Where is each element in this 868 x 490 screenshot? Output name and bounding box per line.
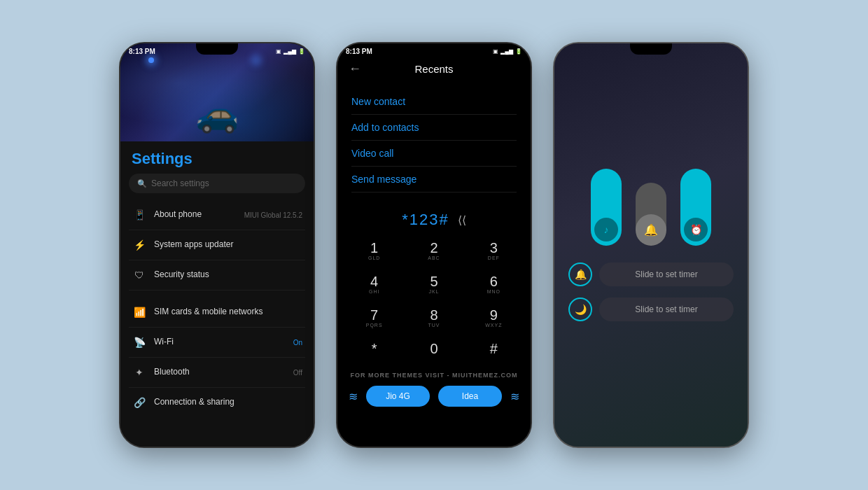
settings-item-wifi[interactable]: 📡 Wi-Fi On: [129, 328, 305, 358]
dial-key-1[interactable]: 1GLD: [344, 234, 404, 268]
alarm-timer-button[interactable]: Slide to set timer: [599, 262, 734, 286]
music-volume-slider[interactable]: ♪: [591, 169, 622, 246]
ring-volume-track: 🔔: [636, 183, 666, 246]
system-apps-label: System apps updater: [154, 239, 302, 251]
sleep-timer-button[interactable]: Slide to set timer: [599, 298, 734, 321]
settings-item-about-phone[interactable]: 📱 About phone MIUI Global 12.5.2: [129, 200, 305, 230]
settings-title: Settings: [120, 141, 314, 174]
sim2-call-button[interactable]: Idea: [438, 386, 502, 407]
signal-icon: ▂▄▆: [284, 48, 296, 55]
sim-icon-2: ▣: [493, 48, 498, 55]
back-button[interactable]: ←: [349, 62, 361, 76]
battery-icon-2: 🔋: [515, 48, 522, 55]
wifi-icon: 📡: [132, 335, 147, 350]
phone-settings: 8:13 PM ▣ ▂▄▆ 🔋 Settings 🔍 Search settin…: [119, 42, 315, 448]
dial-key-4[interactable]: 4GHI: [344, 268, 404, 302]
alarm-volume-slider[interactable]: ⏰: [680, 169, 711, 246]
backspace-button[interactable]: ⟨⟨: [458, 214, 466, 227]
settings-item-system-apps[interactable]: ⚡ System apps updater: [129, 230, 305, 260]
screen-title: Recents: [414, 63, 453, 75]
watermark-text: FOR MORE THEMES VISIT - MIUITHEMEZ.COM: [351, 369, 518, 380]
battery-icon: 🔋: [298, 48, 305, 55]
phone-dialer: 8:13 PM ▣ ▂▄▆ 🔋 ← Recents New contact Ad…: [336, 42, 532, 448]
dial-key-2[interactable]: 2ABC: [404, 234, 463, 268]
settings-item-security[interactable]: 🛡 Security status: [129, 260, 305, 290]
sim1-signal-icon: ≋: [349, 390, 358, 403]
music-volume-track: ♪: [591, 169, 622, 246]
dialer-display: *123# ⟨⟨: [337, 205, 531, 234]
settings-item-bluetooth[interactable]: ✦ Bluetooth Off: [129, 358, 305, 388]
search-placeholder-text: Search settings: [151, 178, 209, 188]
settings-list: 📱 About phone MIUI Global 12.5.2 ⚡ Syste…: [120, 200, 314, 417]
sim-icon: ▣: [276, 48, 281, 55]
about-phone-icon: 📱: [132, 207, 147, 223]
recents-menu: New contact Add to contacts Video call S…: [337, 83, 531, 198]
alarm-timer-icon: 🔔: [568, 262, 592, 286]
music-vol-icon: ♪: [594, 218, 618, 241]
settings-divider-1: [129, 290, 305, 298]
dial-key-star[interactable]: *: [344, 335, 404, 369]
about-phone-badge: MIUI Global 12.5.2: [244, 211, 302, 219]
dial-key-hash[interactable]: #: [464, 335, 524, 369]
dial-key-8[interactable]: 8TUV: [404, 302, 463, 335]
security-label: Security status: [154, 270, 302, 281]
dial-key-0[interactable]: 0: [404, 335, 463, 369]
status-icons-1: ▣ ▂▄▆ 🔋: [276, 48, 305, 55]
bluetooth-status-badge: Off: [293, 369, 302, 377]
sim-cards-icon: 📶: [132, 304, 147, 320]
sim-cards-label: SIM cards & mobile networks: [154, 307, 302, 318]
dial-key-5[interactable]: 5JKL: [404, 268, 463, 302]
bluetooth-icon: ✦: [132, 365, 147, 380]
settings-body: Settings 🔍 Search settings 📱 About phone…: [120, 141, 314, 447]
recents-new-contact[interactable]: New contact: [351, 89, 517, 115]
dialer-number: *123#: [402, 211, 449, 229]
notch-3: [630, 43, 672, 55]
ring-vol-icon: 🔔: [639, 218, 663, 241]
ring-volume-slider[interactable]: 🔔: [636, 183, 666, 246]
bluetooth-label: Bluetooth: [154, 367, 286, 378]
recents-send-message[interactable]: Send message: [351, 167, 517, 192]
connection-label: Connection & sharing: [154, 397, 302, 408]
search-bar[interactable]: 🔍 Search settings: [129, 174, 305, 193]
dial-key-3[interactable]: 3DEF: [464, 234, 524, 268]
status-icons-2: ▣ ▂▄▆ 🔋: [493, 48, 522, 55]
dialer-actions: ≋ Jio 4G Idea ≋: [337, 380, 531, 412]
settings-item-sim[interactable]: 📶 SIM cards & mobile networks: [129, 298, 305, 328]
notch-2: [413, 43, 455, 55]
sim1-call-button[interactable]: Jio 4G: [366, 386, 430, 407]
recents-add-contacts[interactable]: Add to contacts: [351, 115, 517, 141]
dial-key-6[interactable]: 6MNO: [464, 268, 524, 302]
dialer-section: *123# ⟨⟨ 1GLD 2ABC 3DEF 4GHI 5JKL 6MNO 7…: [337, 198, 531, 447]
search-icon: 🔍: [137, 179, 147, 188]
alarm-timer-row: 🔔 Slide to set timer: [568, 262, 734, 286]
dial-key-9[interactable]: 9WXYZ: [464, 302, 524, 335]
status-time-2: 8:13 PM: [346, 48, 372, 55]
security-icon: 🛡: [132, 267, 147, 283]
dialer-grid: 1GLD 2ABC 3DEF 4GHI 5JKL 6MNO 7PQRS 8TUV…: [337, 234, 531, 369]
wifi-status-badge: On: [293, 339, 302, 346]
alarm-volume-track: ⏰: [680, 169, 711, 246]
wifi-label: Wi-Fi: [154, 337, 286, 348]
settings-item-connection[interactable]: 🔗 Connection & sharing: [129, 388, 305, 417]
about-phone-label: About phone: [154, 209, 237, 220]
notch: [196, 43, 238, 55]
phone-volume: ♪ 🔔 ⏰ 🔔 Slide to set timer �: [553, 42, 749, 448]
sleep-timer-icon: 🌙: [568, 298, 592, 321]
recents-video-call[interactable]: Video call: [351, 141, 517, 167]
volume-sliders-row: ♪ 🔔 ⏰: [591, 169, 711, 246]
system-apps-icon: ⚡: [132, 237, 147, 253]
hero-image: 8:13 PM ▣ ▂▄▆ 🔋: [120, 43, 314, 141]
signal-icon-2: ▂▄▆: [500, 48, 513, 55]
sim2-signal-icon: ≋: [510, 390, 519, 403]
connection-icon: 🔗: [132, 395, 147, 410]
sleep-timer-row: 🌙 Slide to set timer: [568, 298, 734, 321]
dial-key-7[interactable]: 7PQRS: [344, 302, 404, 335]
status-time-1: 8:13 PM: [129, 48, 155, 55]
alarm-vol-icon: ⏰: [684, 218, 708, 241]
